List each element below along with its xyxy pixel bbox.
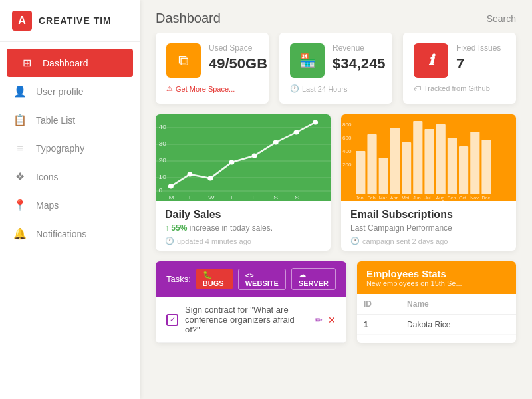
svg-text:Feb: Feb [367, 196, 375, 200]
svg-point-12 [207, 176, 213, 181]
charts-row: 40 30 20 10 0 M [140, 114, 532, 261]
maps-icon: 📍 [13, 199, 27, 211]
bottom-row: Tasks: 🐛 BUGS <> WEBSITE ☁ SERVER ✓ Sign… [140, 261, 532, 354]
email-subscriptions-body: Email Subscriptions Last Campaign Perfor… [341, 201, 516, 251]
user-icon: 👤 [13, 85, 27, 98]
warning-icon: ⚠ [166, 84, 173, 93]
svg-text:T: T [188, 194, 192, 201]
website-badge[interactable]: <> WEBSITE [238, 269, 286, 290]
page-header: Dashboard Search [140, 0, 532, 33]
sidebar-item-maps[interactable]: 📍 Maps [0, 191, 140, 219]
sidebar-item-icons[interactable]: ❖ Icons [0, 162, 140, 191]
emp-col-name: Name [400, 294, 516, 315]
sidebar-item-typography[interactable]: ≡ Typography [0, 134, 140, 162]
clock-icon-small: 🕐 [165, 237, 174, 245]
sidebar-label-dashboard: Dashboard [43, 58, 88, 68]
email-subscriptions-updated: 🕐 campaign sent 2 days ago [350, 237, 507, 245]
svg-text:Oct: Oct [459, 196, 466, 200]
daily-sales-body: Daily Sales ↑ 55% increase in today sale… [156, 201, 331, 251]
code-icon: <> [245, 271, 254, 279]
fixed-issues-icon-box: ℹ [414, 43, 448, 78]
clock-icon: 🕐 [290, 84, 299, 93]
main-content: Dashboard Search ⧉ Used Space 49/50GB ⚠ … [140, 0, 532, 399]
svg-text:200: 200 [342, 162, 352, 168]
bugs-badge[interactable]: 🐛 BUGS [196, 269, 233, 289]
task-edit-button[interactable]: ✏ [315, 315, 323, 325]
sidebar-item-user-profile[interactable]: 👤 User profile [0, 77, 140, 106]
svg-point-15 [273, 140, 279, 145]
svg-text:Mar: Mar [379, 196, 388, 200]
revenue-label: Revenue [332, 43, 386, 53]
svg-point-11 [187, 172, 192, 177]
email-subscriptions-subtitle: Last Campaign Performance [350, 223, 507, 233]
typography-icon: ≡ [13, 142, 27, 154]
app-logo-icon: A [12, 11, 32, 31]
tag-icon: 🏷 [414, 84, 421, 92]
bar-chart-area: 800 600 400 200 [341, 114, 516, 201]
svg-rect-32 [390, 128, 400, 194]
chart-daily-sales: 40 30 20 10 0 M [156, 114, 331, 251]
used-space-label: Used Space [209, 43, 267, 53]
task-checkbox[interactable]: ✓ [166, 314, 178, 326]
svg-rect-33 [402, 142, 411, 194]
svg-text:40: 40 [159, 124, 166, 130]
emp-col-id: ID [357, 294, 400, 315]
fixed-issues-label: Fixed Issues [456, 43, 505, 53]
svg-text:800: 800 [342, 122, 352, 128]
svg-rect-38 [459, 146, 468, 194]
stats-row: ⧉ Used Space 49/50GB ⚠ Get More Space...… [140, 33, 532, 114]
task-text: Sign contract for "What are conference o… [185, 305, 308, 334]
icons-icon: ❖ [13, 170, 27, 183]
sidebar-label-table-list: Table List [36, 115, 75, 126]
chart-email-subscriptions: 800 600 400 200 [341, 114, 516, 251]
notifications-icon: 🔔 [13, 227, 27, 240]
svg-point-13 [229, 160, 234, 165]
svg-text:F: F [252, 194, 256, 201]
svg-text:M: M [168, 194, 174, 201]
sidebar-nav: ⊞ Dashboard 👤 User profile 📋 Table List … [0, 42, 140, 399]
used-space-info: Used Space 49/50GB [209, 43, 267, 72]
clock-icon-email: 🕐 [350, 237, 360, 245]
store-icon: 🏪 [299, 53, 316, 68]
sidebar-item-notifications[interactable]: 🔔 Notifications [0, 219, 140, 248]
search-button[interactable]: Search [487, 13, 516, 24]
app-logo-text: CREATIVE TIM [39, 15, 112, 26]
svg-text:T: T [229, 194, 233, 201]
copy-icon: ⧉ [178, 52, 189, 69]
line-chart-area: 40 30 20 10 0 M [156, 114, 331, 201]
task-actions: ✏ ✕ [315, 315, 336, 325]
svg-text:Jan: Jan [356, 196, 363, 200]
bug-icon: 🐛 [203, 271, 212, 279]
tasks-header: Tasks: 🐛 BUGS <> WEBSITE ☁ SERVER [156, 261, 346, 297]
svg-rect-39 [470, 132, 479, 194]
sidebar-label-typography: Typography [36, 143, 84, 154]
revenue-icon-box: 🏪 [290, 43, 325, 78]
svg-point-16 [294, 130, 299, 135]
server-badge[interactable]: ☁ SERVER [291, 268, 336, 290]
svg-text:Aug: Aug [436, 196, 445, 201]
info-icon: ℹ [428, 52, 434, 69]
daily-sales-subtitle: ↑ 55% increase in today sales. [165, 223, 321, 233]
sidebar-label-icons: Icons [36, 172, 58, 182]
svg-point-10 [168, 184, 174, 189]
used-space-footer[interactable]: ⚠ Get More Space... [166, 84, 258, 93]
svg-text:Nov: Nov [470, 196, 479, 200]
employees-title: Employees Stats [366, 268, 507, 279]
sidebar-item-dashboard[interactable]: ⊞ Dashboard [7, 49, 133, 77]
task-delete-button[interactable]: ✕ [328, 315, 336, 325]
revenue-value: $34,245 [332, 55, 386, 72]
bar-chart-svg: 800 600 400 200 [341, 114, 516, 201]
svg-text:400: 400 [342, 148, 352, 154]
employees-card: Employees Stats New employees on 15th Se… [357, 261, 516, 343]
task-item: ✓ Sign contract for "What are conference… [156, 297, 346, 343]
svg-rect-34 [413, 121, 422, 194]
sidebar-label-user-profile: User profile [36, 86, 84, 97]
table-icon: 📋 [13, 114, 27, 126]
dashboard-icon: ⊞ [20, 57, 33, 69]
sidebar-label-notifications: Notifications [36, 229, 86, 239]
email-subscriptions-title: Email Subscriptions [350, 209, 507, 221]
sidebar-item-table-list[interactable]: 📋 Table List [0, 106, 140, 134]
svg-text:S: S [295, 194, 299, 201]
svg-rect-40 [481, 140, 491, 194]
svg-text:Dec: Dec [481, 196, 490, 200]
